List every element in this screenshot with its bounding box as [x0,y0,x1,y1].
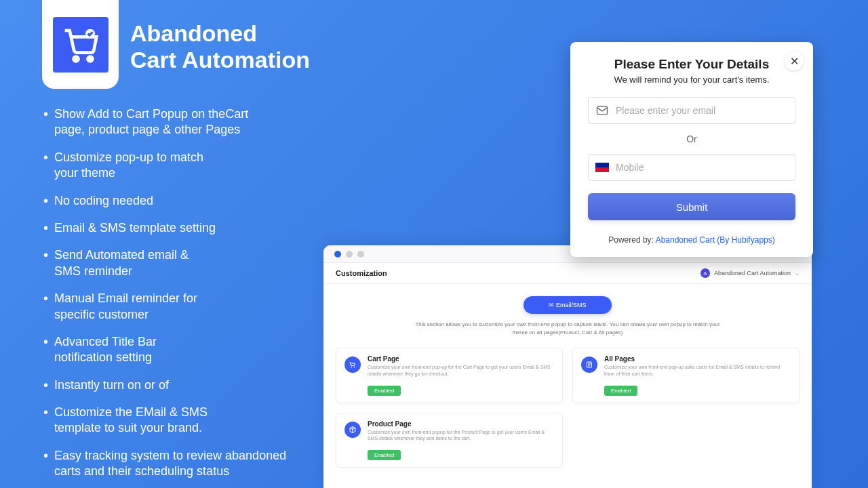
feature-item: Customize the EMail & SMS template to su… [46,405,222,436]
cart-logo-icon [53,17,108,73]
powered-by-link[interactable]: Abandoned Cart (By Hubifyapps) [656,235,775,245]
card-title: All Pages [604,355,791,363]
card-desc: Customize your own front‑end pop‑up for … [368,364,554,378]
close-icon: ✕ [790,55,799,68]
enabled-badge: Enabled [368,386,401,396]
feature-item: Instantly turn on or of [46,378,317,393]
card-title: Cart Page [368,355,554,363]
details-modal: ✕ Please Enter Your Details We will remi… [570,42,813,257]
cart-icon [344,357,361,373]
email-sms-pill[interactable]: ✉ Email/SMS [524,296,612,314]
cards-grid: Cart Page Customize your own front‑end p… [336,348,800,468]
card-all-pages[interactable]: All Pages Customize your own front‑end p… [572,348,800,403]
app-body: ✉ Email/SMS This section allows you to c… [323,284,812,476]
feature-item: Email & SMS template setting [46,220,317,236]
card-product-page[interactable]: Product Page Customize your own front‑en… [336,413,563,468]
flag-icon [595,163,609,172]
mobile-field-wrap [588,154,795,181]
powered-by-prefix: Powered by: [608,235,655,245]
window-dot-icon [357,251,364,258]
svg-point-1 [87,56,92,61]
email-input[interactable] [616,105,788,116]
feature-list: Show Add to Cart Popup on theCart page, … [46,106,317,488]
or-divider: Or [588,134,795,144]
email-icon [595,104,609,117]
close-button[interactable]: ✕ [785,52,804,70]
chevron-down-icon: ⌄ [795,270,800,277]
window-dot-icon [334,251,341,258]
modal-title: Please Enter Your Details [588,57,795,72]
email-field-wrap [588,97,795,124]
page-title: Abandoned Cart Automation [130,20,310,73]
account-name: Abandoned Cart Automation [714,270,791,277]
pages-icon [581,357,597,373]
window-dot-icon [346,251,353,258]
submit-button[interactable]: Submit [588,193,795,220]
logo-card [42,0,119,89]
svg-rect-5 [595,167,609,172]
svg-rect-4 [595,163,609,167]
account-menu[interactable]: A Abandoned Cart Automation ⌄ [701,268,800,278]
feature-item: No coding needed [46,193,317,209]
feature-item: Show Add to Cart Popup on theCart page, … [46,106,270,138]
app-header: Customization A Abandoned Cart Automatio… [323,263,812,284]
app-section-title: Customization [336,269,387,277]
enabled-badge: Enabled [604,386,637,396]
feature-item: Easy tracking system to review abandoned… [46,448,311,480]
card-title: Product Page [368,420,554,428]
card-desc: Customize your own front‑end popup for t… [368,429,554,443]
card-desc: Customize your own front‑end pop‑up asks… [604,364,791,378]
title-line2: Cart Automation [130,47,310,73]
product-icon [344,422,361,438]
enabled-badge: Enabled [368,450,401,460]
browser-window: Customization A Abandoned Cart Automatio… [323,245,812,488]
title-line1: Abandoned [130,20,257,46]
feature-item: Send Automated email & SMS reminder [46,247,202,279]
svg-point-6 [351,367,352,367]
powered-by: Powered by: Abandoned Cart (By Hubifyapp… [588,235,795,245]
feature-item: Manual Email reminder for specific custo… [46,291,216,323]
svg-point-7 [354,367,355,367]
section-description: This section allows you to customize you… [410,321,725,337]
card-cart-page[interactable]: Cart Page Customize your own front‑end p… [336,348,563,403]
svg-point-0 [73,56,78,61]
modal-subtitle: We will remind you for your cart's items… [588,75,795,85]
avatar-icon: A [701,268,710,278]
mobile-input[interactable] [616,162,788,173]
feature-item: Customize pop-up to match your theme [46,150,222,182]
svg-rect-3 [597,106,608,115]
feature-item: Advanced Title Bar notification setting [46,334,182,366]
